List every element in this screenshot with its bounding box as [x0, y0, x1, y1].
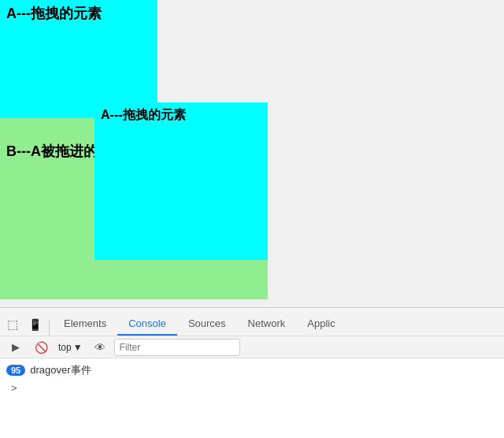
- tab-sources[interactable]: Sources: [177, 313, 237, 336]
- inspect-icon[interactable]: ⬚: [2, 314, 24, 336]
- main-content: A---拖拽的元素 B---A被拖进的元素 A---拖拽的元素: [0, 0, 504, 307]
- top-label: top: [58, 342, 72, 353]
- eye-icon[interactable]: 👁: [89, 336, 111, 358]
- console-output: 95 dragover事件 >: [0, 358, 504, 438]
- play-icon[interactable]: ▶: [5, 336, 27, 358]
- device-icon[interactable]: 📱: [24, 314, 46, 336]
- tab-separator: [49, 320, 50, 336]
- console-expand-row[interactable]: >: [6, 379, 498, 397]
- block-icon[interactable]: 🚫: [30, 336, 52, 358]
- tab-network[interactable]: Network: [237, 313, 297, 336]
- console-row-dragover: 95 dragover事件: [6, 362, 498, 379]
- dropdown-arrow-icon: ▼: [73, 342, 83, 353]
- console-count-badge: 95: [6, 365, 25, 376]
- devtools-panel: ⬚ 📱 Elements Console Sources Network App…: [0, 307, 504, 438]
- top-dropdown[interactable]: top ▼: [55, 339, 86, 356]
- block-a-label: A---拖拽的元素: [6, 5, 102, 23]
- tab-elements[interactable]: Elements: [53, 313, 117, 336]
- tab-console[interactable]: Console: [117, 313, 177, 336]
- tab-application[interactable]: Applic: [296, 313, 346, 336]
- console-message: dragover事件: [30, 363, 91, 377]
- block-a2[interactable]: A---拖拽的元素: [94, 102, 268, 260]
- filter-input[interactable]: [114, 339, 240, 356]
- devtools-tabs: ⬚ 📱 Elements Console Sources Network App…: [0, 308, 504, 336]
- console-toolbar: ▶ 🚫 top ▼ 👁: [0, 336, 504, 358]
- expand-icon[interactable]: >: [6, 380, 22, 395]
- block-a2-label: A---拖拽的元素: [101, 107, 186, 124]
